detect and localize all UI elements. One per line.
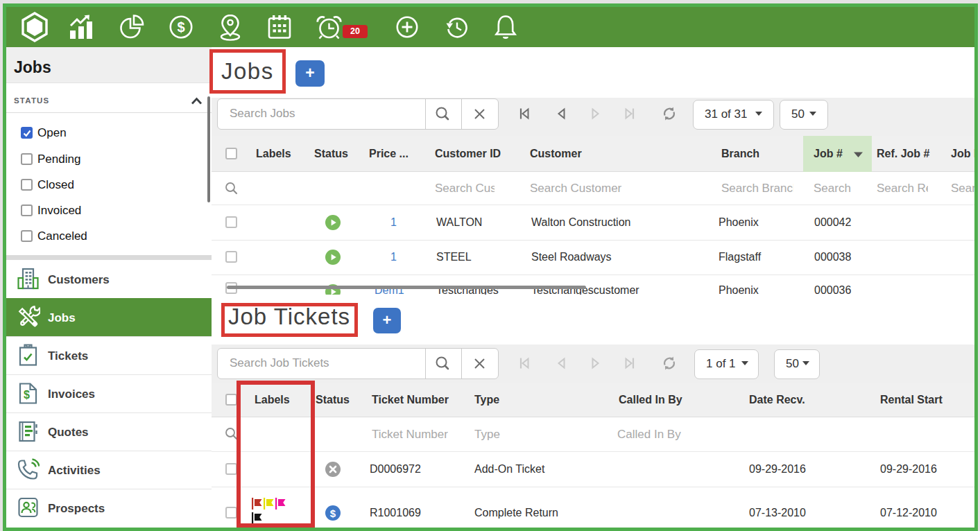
svg-text:$: $ bbox=[177, 19, 184, 35]
svg-text:$: $ bbox=[24, 389, 30, 401]
svg-text:$: $ bbox=[330, 507, 336, 519]
